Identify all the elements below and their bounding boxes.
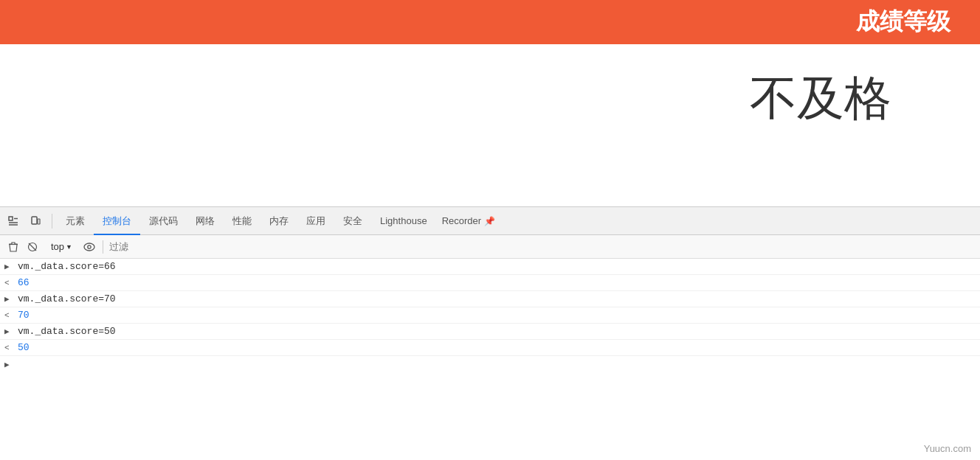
tab-console[interactable]: 控制台	[94, 207, 140, 235]
console-row: ▶ vm._data.score=50	[0, 324, 980, 340]
svg-rect-0	[9, 217, 13, 220]
grade-text: 不及格	[750, 66, 891, 130]
clear-console-button[interactable]	[4, 238, 22, 256]
console-row: < 66	[0, 275, 980, 291]
watermark: Yuucn.com	[924, 443, 971, 454]
main-content: 不及格	[0, 44, 980, 206]
tab-elements[interactable]: 元素	[57, 207, 94, 235]
devtools-panel: 元素 控制台 源代码 网络 性能 内存 应用 安全 Lighthouse Rec…	[0, 206, 980, 372]
output-arrow: <	[4, 279, 15, 288]
tab-security[interactable]: 安全	[334, 207, 371, 235]
svg-rect-4	[32, 217, 37, 224]
prompt-row: ▶	[0, 356, 980, 372]
svg-rect-5	[38, 219, 40, 224]
pin-icon: 📌	[484, 216, 495, 226]
expand-arrow[interactable]: ▶	[4, 327, 15, 336]
prompt-arrow: ▶	[4, 360, 15, 369]
console-input-text: vm._data.score=50	[18, 326, 116, 337]
tab-application[interactable]: 应用	[297, 207, 334, 235]
svg-point-10	[84, 243, 94, 251]
tab-sources[interactable]: 源代码	[140, 207, 187, 235]
inspect-element-icon[interactable]	[3, 211, 24, 231]
tab-recorder[interactable]: Recorder 📌	[436, 207, 501, 235]
console-output-text: 50	[18, 342, 30, 353]
eye-icon[interactable]	[80, 238, 98, 256]
filter-input[interactable]	[106, 241, 976, 252]
console-output-text: 66	[18, 277, 30, 288]
toolbar-divider	[103, 240, 103, 254]
console-toolbar: top ▼	[0, 235, 980, 259]
console-input-text: vm._data.score=70	[18, 293, 116, 304]
context-selector-arrow: ▼	[66, 243, 72, 251]
console-input-text: vm._data.score=66	[18, 261, 116, 272]
console-row: < 50	[0, 340, 980, 356]
output-arrow: <	[4, 344, 15, 352]
svg-marker-6	[10, 243, 17, 251]
tab-performance[interactable]: 性能	[224, 207, 260, 235]
expand-arrow[interactable]: ▶	[4, 262, 15, 271]
devtools-tabs-bar: 元素 控制台 源代码 网络 性能 内存 应用 安全 Lighthouse Rec…	[0, 207, 980, 235]
top-banner: 成绩等级	[0, 0, 980, 44]
context-selector-label: top	[51, 241, 64, 252]
context-selector[interactable]: top ▼	[46, 239, 77, 254]
stop-recording-button[interactable]	[24, 238, 41, 256]
svg-point-11	[88, 245, 91, 248]
tab-memory[interactable]: 内存	[260, 207, 297, 235]
banner-title: 成绩等级	[856, 6, 950, 38]
expand-arrow[interactable]: ▶	[4, 294, 15, 304]
console-output-text: 70	[18, 310, 30, 321]
console-row: ▶ vm._data.score=70	[0, 291, 980, 307]
console-row: < 70	[0, 307, 980, 324]
tab-lighthouse[interactable]: Lighthouse	[371, 207, 436, 235]
console-output: ▶ vm._data.score=66 < 66 ▶ vm._data.scor…	[0, 259, 980, 372]
output-arrow: <	[4, 311, 15, 320]
device-toggle-icon[interactable]	[25, 211, 46, 231]
tab-network[interactable]: 网络	[187, 207, 224, 235]
console-row: ▶ vm._data.score=66	[0, 259, 980, 275]
tab-divider	[52, 214, 52, 229]
